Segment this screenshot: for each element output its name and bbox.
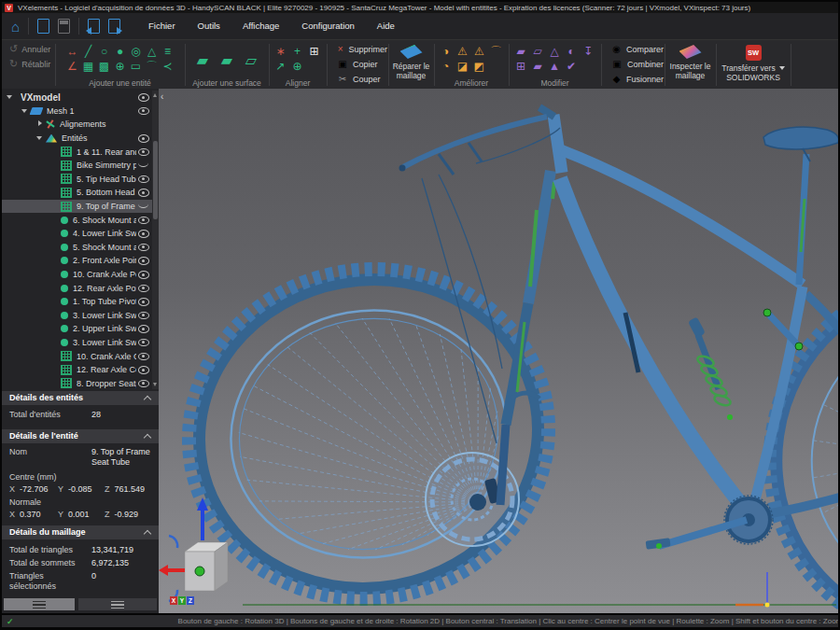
fillet-boundary-icon[interactable]: ◔	[438, 59, 454, 74]
visibility-eye-icon[interactable]	[138, 93, 149, 102]
tree-row[interactable]: 5. Shock Mount at M	[2, 241, 159, 255]
edit-surface-icon[interactable]: ▰	[215, 48, 239, 74]
cut-button[interactable]: ✂ Couper	[328, 72, 387, 87]
3d-viewport[interactable]: ‹ X Y Z	[159, 89, 838, 613]
expander-icon[interactable]	[50, 324, 61, 333]
tree-row[interactable]: 9. Top of Frame Seat	[2, 200, 159, 214]
expander-icon[interactable]	[50, 284, 61, 293]
translate-mesh-icon[interactable]: ↧	[581, 44, 596, 59]
fit-surface-icon[interactable]: ▰	[190, 48, 215, 74]
compare-button[interactable]: ◉ Comparer	[602, 42, 664, 57]
visibility-eye-icon[interactable]	[138, 271, 149, 279]
deform-mesh-icon[interactable]: ▰	[513, 44, 529, 59]
visibility-eye-icon[interactable]	[138, 379, 149, 387]
boolean-icon[interactable]: ⊞	[513, 59, 529, 74]
visibility-eye-icon[interactable]	[138, 284, 149, 292]
visibility-eye-icon[interactable]	[138, 352, 149, 360]
visibility-eye-icon[interactable]	[138, 203, 149, 211]
save-session-icon[interactable]	[58, 19, 70, 34]
expander-icon[interactable]	[50, 175, 61, 184]
delete-button[interactable]: × Supprimer	[328, 42, 387, 57]
decimate-icon[interactable]: △	[547, 44, 563, 59]
expander-icon[interactable]	[50, 216, 61, 225]
dropdown-caret-icon[interactable]	[779, 66, 785, 70]
scroll-down-icon[interactable]	[153, 383, 157, 386]
tree-row[interactable]: Entités	[2, 132, 159, 146]
tree-row[interactable]: Mesh 1	[2, 105, 159, 119]
angle-entity-icon[interactable]: ∠	[64, 59, 80, 74]
visibility-eye-icon[interactable]	[138, 106, 149, 115]
tree-row[interactable]: 1 & 11. Rear and Fro	[2, 145, 159, 159]
expander-icon[interactable]	[50, 311, 61, 320]
line-entity-icon[interactable]: ╱	[80, 44, 96, 59]
align-frames-icon[interactable]: +	[289, 44, 305, 59]
planes-stack-entity-icon[interactable]: ≡	[160, 44, 175, 59]
visibility-eye-icon[interactable]	[138, 257, 149, 265]
waterproof-icon[interactable]: ✔	[564, 59, 580, 74]
tree-row[interactable]: 10. Crank Axle Point	[2, 268, 159, 282]
repair-mesh-button[interactable]: Réparer lemaillage	[389, 40, 433, 90]
expander-icon[interactable]	[50, 338, 61, 347]
tree-row[interactable]: 3. Lower Link Swing	[2, 336, 159, 350]
expander-icon[interactable]	[50, 352, 61, 361]
bike-scan-model[interactable]	[159, 89, 838, 613]
tree-row[interactable]: 2. Front Axle Point	[2, 254, 159, 268]
fill-holes-icon[interactable]: ◑	[438, 44, 454, 59]
combine-button[interactable]: ▣ Combiner	[602, 57, 664, 72]
smooth-boundary-icon[interactable]: ⌒	[488, 44, 504, 59]
refine-icon[interactable]: ▲	[547, 59, 563, 74]
circle-entity-icon[interactable]: ○	[96, 44, 112, 59]
visibility-eye-icon[interactable]	[138, 216, 149, 224]
tree-scrollbar[interactable]	[152, 91, 159, 389]
patch-mesh-icon[interactable]: ◩	[471, 59, 487, 74]
grid-plane-entity-icon[interactable]: ▦	[80, 59, 96, 74]
tree-row[interactable]: 8. Dropper Seatpost	[2, 376, 159, 390]
copy-button[interactable]: ▣ Copier	[328, 57, 387, 72]
tree-row[interactable]: 12. Rear Axle Cone	[2, 363, 159, 377]
extend-surface-icon[interactable]: ▱	[239, 48, 263, 74]
mesh-details-header[interactable]: Détails du maillage	[2, 525, 159, 539]
visibility-eye-icon[interactable]	[138, 230, 149, 238]
visibility-eye-icon[interactable]	[138, 189, 149, 197]
expander-icon[interactable]	[50, 229, 61, 238]
tree-row[interactable]: Alignements	[2, 118, 159, 132]
tree-row[interactable]: 6. Shock Mount at L	[2, 213, 159, 227]
tree-row[interactable]: VXmodel	[2, 91, 159, 105]
visibility-eye-icon[interactable]	[138, 243, 149, 251]
menu-aide[interactable]: Aide	[366, 13, 406, 39]
menu-affichage[interactable]: Affichage	[231, 13, 290, 39]
align-origin-icon[interactable]: ⊕	[289, 59, 305, 74]
tree-row[interactable]: 10. Crank Axle Cylin	[2, 349, 159, 363]
expander-icon[interactable]	[50, 202, 61, 211]
extend-mesh-icon[interactable]: ◪	[455, 59, 470, 74]
arc-entity-icon[interactable]: ⌒	[144, 59, 160, 74]
merge-button[interactable]: ◆ Fusionner	[602, 72, 664, 87]
scrollbar-thumb[interactable]	[153, 141, 158, 219]
scroll-up-icon[interactable]	[153, 93, 157, 97]
visibility-eye-icon[interactable]	[138, 338, 149, 346]
tree-row[interactable]: 3. Lower Link Swing	[2, 309, 159, 323]
visibility-eye-icon[interactable]	[138, 366, 149, 374]
visibility-eye-icon[interactable]	[138, 298, 149, 306]
tree-row[interactable]: 1. Top Tube Pivot Po	[2, 295, 159, 309]
sphere-entity-icon[interactable]: ⊕	[112, 59, 128, 74]
import-icon[interactable]	[88, 19, 100, 34]
clean-defects-icon[interactable]: ⚠	[455, 44, 470, 59]
cone-entity-icon[interactable]: △	[144, 44, 160, 59]
expander-icon[interactable]	[50, 243, 61, 252]
expander-icon[interactable]	[50, 297, 61, 306]
transfer-solidworks-button[interactable]: SW Transférer vers SOLIDWORKS	[717, 40, 790, 90]
mirror-icon[interactable]: ◐	[564, 44, 580, 59]
shell-mesh-icon[interactable]: ▱	[530, 44, 546, 59]
align-axis-icon[interactable]: ↗	[273, 59, 288, 74]
visibility-eye-icon[interactable]	[138, 147, 149, 156]
expander-icon[interactable]	[50, 270, 61, 279]
export-icon[interactable]	[108, 19, 120, 34]
expander-icon[interactable]	[35, 119, 46, 129]
expander-icon[interactable]	[50, 161, 61, 170]
tree-row[interactable]: 5. Tip Head Tube Pl	[2, 173, 159, 187]
expander-icon[interactable]	[6, 92, 16, 102]
entity-details-header[interactable]: Détails de l'entité	[2, 429, 159, 443]
visibility-eye-icon[interactable]	[138, 161, 149, 170]
tree-row[interactable]: 4. Lower Link Swing	[2, 227, 159, 241]
